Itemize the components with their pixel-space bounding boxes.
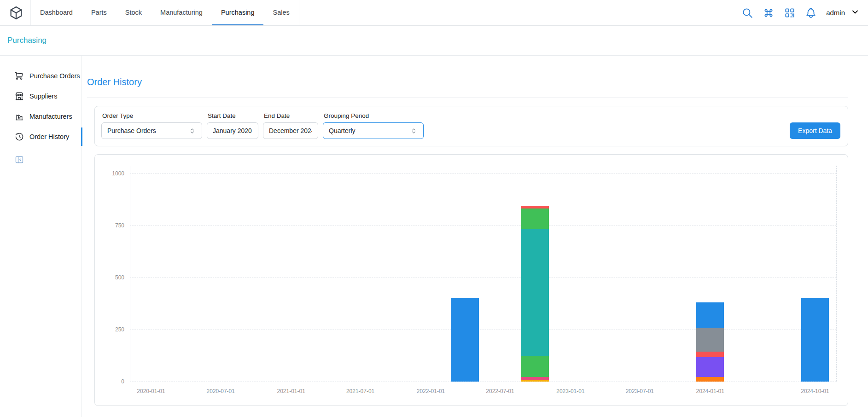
grouping-period-select[interactable]: Quarterly	[323, 122, 424, 139]
history-icon	[15, 132, 24, 141]
sidebar-item-suppliers[interactable]: Suppliers	[0, 86, 82, 106]
y-axis-label: 250	[97, 326, 124, 333]
x-axis-label: 2020-07-01	[193, 388, 248, 394]
top-navbar: Dashboard Parts Stock Manufacturing Purc…	[0, 0, 868, 26]
app-window: Dashboard Parts Stock Manufacturing Purc…	[0, 0, 868, 417]
gridline	[130, 174, 836, 174]
sidebar-item-label: Purchase Orders	[29, 72, 80, 80]
search-icon[interactable]	[741, 7, 753, 19]
bar-segment[interactable]	[801, 298, 829, 382]
y-axis-label: 0	[97, 378, 124, 385]
bar-segment[interactable]	[696, 352, 724, 357]
app-logo[interactable]	[8, 0, 24, 25]
gridline	[130, 330, 836, 330]
sidebar-item-order-history[interactable]: Order History	[0, 127, 82, 147]
gridline	[130, 278, 836, 278]
main-panel: Order History Order Type Purchase Orders	[82, 56, 868, 417]
start-date-input[interactable]	[207, 122, 258, 139]
y-axis-label: 750	[97, 222, 124, 229]
page-title: Order History	[87, 77, 848, 87]
main-navigation: Dashboard Parts Stock Manufacturing Purc…	[31, 0, 299, 25]
y-axis-line	[130, 166, 130, 382]
grouping-period-value: Quarterly	[329, 127, 355, 134]
bar-segment[interactable]	[521, 377, 549, 380]
chart-card: 025050075010002020-01-012020-07-012021-0…	[94, 154, 848, 406]
x-axis-label: 2021-01-01	[263, 388, 319, 394]
x-axis-label: 2022-07-01	[472, 388, 528, 394]
sidebar-item-purchase-orders[interactable]: Purchase Orders	[0, 66, 82, 86]
end-date-input[interactable]	[263, 122, 318, 139]
nav-tab-manufacturing[interactable]: Manufacturing	[151, 0, 212, 25]
shopping-cart-icon	[15, 71, 24, 81]
x-axis-label: 2021-07-01	[333, 388, 388, 394]
gridline	[130, 226, 836, 226]
bar-segment[interactable]	[521, 208, 549, 229]
breadcrumb-purchasing[interactable]: Purchasing	[7, 36, 47, 45]
bar-segment[interactable]	[696, 328, 724, 352]
x-axis-label: 2020-01-01	[123, 388, 179, 394]
chevron-updown-icon	[188, 127, 196, 135]
navbar-separator	[299, 0, 299, 25]
content: Purchase Orders Suppliers	[0, 56, 868, 417]
bar-segment[interactable]	[521, 380, 549, 382]
sidebar-collapse-icon[interactable]	[15, 155, 24, 164]
x-axis-label: 2022-01-01	[403, 388, 459, 394]
barcode-scan-icon[interactable]	[784, 7, 796, 19]
sidebar-item-label: Suppliers	[29, 93, 57, 100]
building-store-icon	[15, 92, 24, 101]
bar-segment[interactable]	[451, 298, 479, 382]
sidebar-item-label: Manufacturers	[29, 113, 72, 120]
package-box-icon	[8, 5, 24, 21]
gridline	[130, 382, 836, 382]
order-type-value: Purchase Orders	[107, 127, 156, 134]
nav-tab-sales[interactable]: Sales	[263, 0, 298, 25]
order-type-select[interactable]: Purchase Orders	[101, 122, 202, 139]
grouping-period-label: Grouping Period	[324, 112, 424, 119]
grouping-period-field: Grouping Period Quarterly	[323, 112, 424, 139]
plot-right-boundary	[836, 166, 837, 382]
bar-segment[interactable]	[696, 302, 724, 328]
start-date-label: Start Date	[208, 112, 258, 119]
sidebar-item-manufacturers[interactable]: Manufacturers	[0, 106, 82, 127]
end-date-label: End Date	[264, 112, 318, 119]
bar-segment[interactable]	[521, 356, 549, 377]
chevron-down-icon	[851, 7, 860, 18]
order-type-field: Order Type Purchase Orders	[101, 112, 202, 139]
order-type-label: Order Type	[102, 112, 202, 119]
breadcrumb-bar: Purchasing	[0, 26, 868, 56]
export-data-button[interactable]: Export Data	[790, 122, 840, 139]
y-axis-label: 1000	[97, 170, 124, 177]
navbar-actions: admin	[741, 0, 860, 25]
start-date-field: Start Date	[207, 112, 258, 139]
x-axis-label: 2023-01-01	[543, 388, 598, 394]
chevron-updown-icon	[410, 127, 418, 135]
bar-segment[interactable]	[696, 377, 724, 382]
building-factory-icon	[15, 112, 24, 121]
sidebar-item-label: Order History	[29, 133, 69, 140]
notifications-bell-icon[interactable]	[805, 7, 817, 19]
title-divider	[87, 98, 848, 98]
nav-tab-purchasing[interactable]: Purchasing	[212, 0, 264, 25]
nav-tab-dashboard[interactable]: Dashboard	[31, 0, 82, 25]
command-palette-icon[interactable]	[763, 7, 775, 19]
bar-segment[interactable]	[521, 206, 549, 208]
x-axis-label: 2023-07-01	[612, 388, 667, 394]
username: admin	[826, 9, 845, 17]
order-history-chart[interactable]: 025050075010002020-01-012020-07-012021-0…	[95, 155, 848, 405]
filter-panel: Order Type Purchase Orders Start Date	[94, 106, 848, 146]
x-axis-label: 2024-10-01	[787, 388, 843, 394]
x-axis-label: 2024-01-01	[682, 388, 738, 394]
user-menu[interactable]: admin	[826, 7, 860, 18]
nav-tab-parts[interactable]: Parts	[82, 0, 116, 25]
bar-segment[interactable]	[696, 357, 724, 377]
nav-tab-stock[interactable]: Stock	[116, 0, 151, 25]
y-axis-label: 500	[97, 274, 124, 281]
bar-segment[interactable]	[521, 229, 549, 356]
end-date-field: End Date	[263, 112, 318, 139]
sidebar: Purchase Orders Suppliers	[0, 56, 82, 417]
